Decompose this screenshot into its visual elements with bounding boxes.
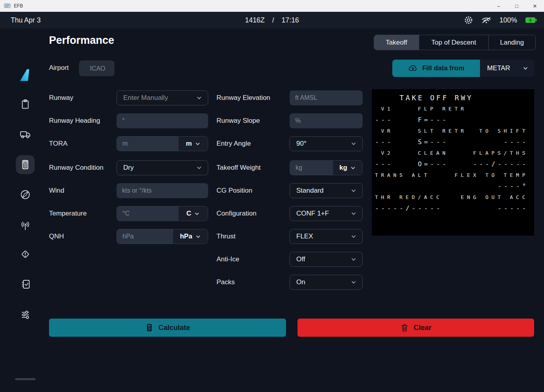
form-row: Entry Angle 90° — [216, 136, 363, 151]
warning-diamond-icon — [19, 248, 32, 261]
mcdu-line: THR RED/ACC ENG OUT ACC — [375, 192, 531, 203]
runway-condition-select[interactable]: Dry — [117, 160, 208, 175]
app-window-icon — [4, 3, 11, 9]
sidebar-item-atc[interactable] — [16, 216, 35, 235]
form-row: Runway Heading — [49, 113, 208, 128]
temperature-unit-select[interactable]: C — [179, 206, 208, 221]
sidebar-item-clipboard[interactable] — [16, 95, 35, 114]
local-time: 17:16 — [282, 16, 299, 24]
winglet-logo — [19, 68, 32, 83]
gear-icon[interactable] — [464, 15, 473, 25]
thrust-select[interactable]: FLEX — [290, 229, 363, 244]
takeoff-weight-field: kg — [290, 160, 363, 175]
chevron-down-icon — [194, 211, 200, 217]
cg-position-select[interactable]: Standard — [290, 183, 363, 198]
tab-takeoff[interactable]: Takeoff — [374, 35, 419, 50]
sliders-icon — [19, 308, 32, 321]
sidebar-item-settings[interactable] — [16, 389, 35, 392]
airport-label: Airport — [49, 64, 69, 72]
sidebar-item-settings-sliders[interactable] — [16, 305, 35, 324]
sidebar-item-navigation[interactable] — [16, 185, 35, 204]
form-row: Wind — [49, 183, 208, 198]
chevron-down-icon — [350, 141, 357, 147]
qnh-unit-select[interactable]: hPa — [173, 229, 208, 244]
packs-select[interactable]: On — [290, 275, 363, 290]
runway-select[interactable]: Enter Manually — [117, 90, 208, 105]
takeoff-weight-unit-select[interactable]: kg — [333, 161, 362, 175]
runway-elevation-field[interactable] — [290, 90, 363, 105]
utc-time: 1416Z — [245, 16, 265, 24]
anti-ice-label: Anti-Ice — [216, 255, 290, 263]
qnh-label: QNH — [49, 233, 117, 240]
minimize-button[interactable]: – — [489, 0, 508, 12]
compass-icon — [19, 188, 32, 201]
runway-elevation-input[interactable] — [290, 90, 363, 105]
trash-icon — [400, 323, 409, 332]
fill-source-value: METAR — [487, 64, 510, 72]
anti-ice-select[interactable]: Off — [290, 252, 363, 267]
window-title: EFB — [14, 3, 23, 9]
sidebar-item-performance[interactable] — [16, 155, 35, 174]
thrust-value: FLEX — [296, 233, 313, 240]
maximize-button[interactable]: □ — [508, 0, 526, 12]
packs-value: On — [296, 278, 305, 286]
clipboard-icon — [19, 98, 32, 111]
tab-top-of-descent[interactable]: Top of Descent — [419, 35, 488, 50]
status-clock: 1416Z / 17:16 — [0, 12, 544, 28]
takeoff-weight-unit-value: kg — [339, 164, 347, 172]
runway-heading-label: Runway Heading — [49, 117, 117, 125]
takeoff-weight-label: Takeoff Weight — [216, 164, 290, 172]
form-row: Anti-Ice Off — [216, 252, 363, 267]
temperature-input[interactable] — [117, 206, 179, 221]
takeoff-weight-input[interactable] — [290, 161, 333, 175]
anti-ice-value: Off — [296, 255, 305, 263]
chevron-down-icon — [350, 188, 357, 194]
fill-data-button[interactable]: Fill data from — [392, 60, 480, 77]
configuration-value: CONF 1+F — [296, 210, 329, 218]
chevron-down-icon — [350, 165, 356, 171]
runway-slope-field[interactable] — [290, 113, 363, 128]
runway-slope-input[interactable] — [290, 113, 363, 128]
sidebar-item-failures[interactable] — [16, 245, 35, 264]
runway-label: Runway — [49, 94, 117, 102]
tab-landing[interactable]: Landing — [488, 35, 535, 50]
runway-heading-input[interactable] — [117, 113, 208, 128]
cloud-download-icon — [408, 64, 418, 73]
form-row: Configuration CONF 1+F — [216, 206, 363, 221]
cg-position-label: CG Position — [216, 187, 290, 195]
clear-button[interactable]: Clear — [297, 319, 534, 337]
entry-angle-value: 90° — [296, 140, 307, 148]
tora-unit-select[interactable]: m — [179, 137, 208, 151]
calculate-label: Calculate — [158, 324, 190, 332]
form-column-left: Runway Enter Manually Runway Heading TOR… — [49, 90, 208, 252]
form-row: Packs On — [216, 275, 363, 290]
wind-field[interactable] — [117, 183, 208, 198]
thrust-label: Thrust — [216, 233, 290, 240]
airport-icao-field[interactable] — [79, 60, 115, 76]
form-row: Runway Condition Dry — [49, 160, 208, 175]
wind-label: Wind — [49, 187, 117, 195]
battery-charging-icon — [525, 17, 537, 24]
chevron-down-icon — [350, 233, 357, 240]
status-bar: Thu Apr 3 1416Z / 17:16 100% — [0, 12, 544, 28]
checklist-icon — [19, 278, 32, 291]
fill-source-select[interactable]: METAR — [480, 60, 534, 77]
configuration-select[interactable]: CONF 1+F — [290, 206, 363, 221]
qnh-input[interactable] — [117, 229, 173, 244]
calculate-button[interactable]: Calculate — [49, 319, 286, 337]
sidebar-item-ground-services[interactable] — [16, 125, 35, 144]
entry-angle-select[interactable]: 90° — [290, 136, 363, 151]
tora-label: TORA — [49, 140, 117, 148]
mcdu-line: --- O=--- ---/----- — [375, 159, 531, 170]
close-button[interactable]: ✕ — [526, 0, 544, 12]
runway-heading-field[interactable] — [117, 113, 208, 128]
tora-input[interactable] — [117, 137, 179, 151]
temperature-label: Temperature — [49, 210, 117, 218]
cg-position-value: Standard — [296, 187, 324, 195]
app-logo — [16, 66, 35, 84]
mcdu-line: TRANS ALT FLEX TO TEMP — [375, 170, 531, 181]
wind-input[interactable] — [117, 183, 208, 198]
airport-icao-input[interactable] — [79, 60, 116, 77]
sidebar-item-checklists[interactable] — [16, 275, 35, 294]
fill-data-label: Fill data from — [422, 64, 465, 72]
